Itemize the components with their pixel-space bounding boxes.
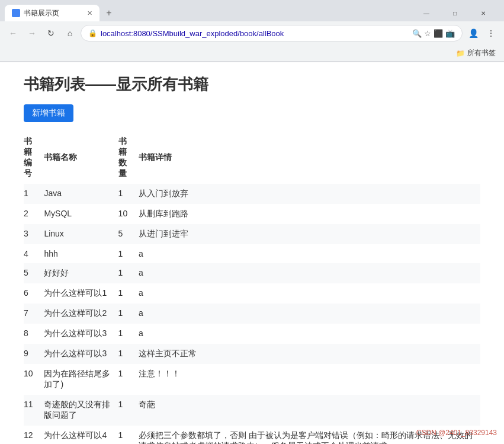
cell-id: 2	[24, 204, 44, 224]
more-options-button[interactable]: ⋮	[483, 25, 499, 41]
table-row: 11奇迹般的又没有排版问题了1奇葩	[24, 395, 480, 426]
cell-id: 1	[24, 184, 44, 204]
cell-count: 1	[118, 184, 139, 204]
table-row: 6为什么这样可以11a	[24, 283, 480, 304]
cell-detail: a	[139, 283, 480, 304]
book-table: 书籍编号 书籍名称 书籍数量 书籍详情 1Java1从入门到放弃2MySQL10…	[24, 132, 480, 444]
bookmark-folder-item[interactable]: 📁 所有书签	[452, 47, 499, 59]
col-header-name: 书籍名称	[44, 132, 118, 184]
table-row: 4hhh1a	[24, 244, 480, 263]
table-row: 9为什么这样可以31这样主页不正常	[24, 344, 480, 364]
cell-id: 5	[24, 263, 44, 283]
cell-id: 12	[24, 426, 44, 444]
table-row: 12为什么这样可以41必须把三个参数都填了，否则 由于被认为是客户端对错误（例如…	[24, 426, 480, 444]
cell-detail: a	[139, 304, 480, 324]
cell-name: 奇迹般的又没有排版问题了	[44, 395, 118, 426]
cell-count: 5	[118, 224, 139, 244]
cell-name: 为什么这样可以3	[44, 344, 118, 364]
save-page-icon[interactable]: ⬛	[434, 29, 443, 38]
cell-name: MySQL	[44, 204, 118, 224]
tab-title: 书籍展示页	[24, 8, 82, 18]
cell-count: 1	[118, 263, 139, 283]
toolbar-icons: 👤 ⋮	[465, 25, 499, 41]
tab-close-button[interactable]: ✕	[87, 9, 92, 17]
address-text: localhost:8080/SSMbuild_war_exploded/boo…	[101, 29, 407, 38]
table-row: 8为什么这样可以31a	[24, 324, 480, 344]
cell-name: hhh	[44, 244, 118, 263]
account-icon[interactable]: 👤	[465, 25, 481, 41]
page-content: 书籍列表——显示所有书籍 新增书籍 书籍编号 书籍名称 书籍数量 书籍详情 1J…	[0, 62, 504, 444]
table-row: 10因为在路径结尾多加了)1注意！！！	[24, 364, 480, 395]
lock-icon: 🔒	[88, 29, 97, 37]
cell-name: Linux	[44, 224, 118, 244]
cell-name: 为什么这样可以2	[44, 304, 118, 324]
minimize-button[interactable]: —	[413, 5, 440, 21]
browser-chrome: 书籍展示页 ✕ + — □ ✕ ← → ↻ ⌂ 🔒 localhost:8080…	[0, 0, 504, 62]
cell-detail: a	[139, 324, 480, 344]
cell-detail: 奇葩	[139, 395, 480, 426]
cell-id: 7	[24, 304, 44, 324]
col-header-detail: 书籍详情	[139, 132, 480, 184]
tab-bar: 书籍展示页 ✕ + — □ ✕	[0, 0, 504, 21]
cell-id: 8	[24, 324, 44, 344]
cell-id: 6	[24, 283, 44, 304]
bookmark-folder-label: 所有书签	[467, 48, 496, 58]
new-tab-button[interactable]: +	[102, 6, 116, 20]
cell-count: 10	[118, 204, 139, 224]
cell-count: 1	[118, 304, 139, 324]
table-row: 2MySQL10从删库到跑路	[24, 204, 480, 224]
refresh-button[interactable]: ↻	[43, 25, 59, 41]
cell-count: 1	[118, 344, 139, 364]
star-icon[interactable]: ☆	[424, 29, 431, 38]
cell-id: 11	[24, 395, 44, 426]
cell-id: 3	[24, 224, 44, 244]
table-row: 7为什么这样可以21a	[24, 304, 480, 324]
cell-id: 4	[24, 244, 44, 263]
cell-id: 9	[24, 344, 44, 364]
tab-favicon	[12, 9, 20, 17]
cell-id: 10	[24, 364, 44, 395]
cell-name: 为什么这样可以4	[44, 426, 118, 444]
cell-name: 因为在路径结尾多加了)	[44, 364, 118, 395]
table-row: 5好好好1a	[24, 263, 480, 283]
cell-count: 1	[118, 364, 139, 395]
cast-icon[interactable]: 📺	[445, 29, 455, 38]
add-book-button[interactable]: 新增书籍	[24, 104, 73, 122]
table-row: 3Linux5从进门到进牢	[24, 224, 480, 244]
active-tab[interactable]: 书籍展示页 ✕	[5, 5, 99, 21]
table-row: 1Java1从入门到放弃	[24, 184, 480, 204]
restore-button[interactable]: □	[441, 5, 468, 21]
csdn-watermark: CSDN @2401_83329143	[416, 429, 497, 437]
cell-name: Java	[44, 184, 118, 204]
cell-count: 1	[118, 426, 139, 444]
cell-detail: a	[139, 263, 480, 283]
cell-detail: 从删库到跑路	[139, 204, 480, 224]
cell-count: 1	[118, 283, 139, 304]
page-title: 书籍列表——显示所有书籍	[24, 74, 480, 95]
address-icons: 🔍 ☆ ⬛ 📺	[412, 29, 455, 38]
cell-count: 1	[118, 244, 139, 263]
cell-count: 1	[118, 395, 139, 426]
search-icon: 🔍	[412, 29, 422, 38]
table-body: 1Java1从入门到放弃2MySQL10从删库到跑路3Linux5从进门到进牢4…	[24, 184, 480, 444]
table-header: 书籍编号 书籍名称 书籍数量 书籍详情	[24, 132, 480, 184]
cell-detail: 这样主页不正常	[139, 344, 480, 364]
address-box[interactable]: 🔒 localhost:8080/SSMbuild_war_exploded/b…	[81, 25, 463, 41]
cell-detail: 注意！！！	[139, 364, 480, 395]
bookmark-bar: 📁 所有书签	[0, 45, 504, 62]
close-button[interactable]: ✕	[470, 5, 497, 21]
address-bar-row: ← → ↻ ⌂ 🔒 localhost:8080/SSMbuild_war_ex…	[0, 21, 504, 45]
window-controls: — □ ✕	[413, 5, 499, 21]
col-header-count: 书籍数量	[118, 132, 139, 184]
forward-button[interactable]: →	[24, 25, 40, 41]
cell-detail: 从入门到放弃	[139, 184, 480, 204]
col-header-id: 书籍编号	[24, 132, 44, 184]
cell-detail: 从进门到进牢	[139, 224, 480, 244]
back-button[interactable]: ←	[5, 25, 21, 41]
bookmark-folder-icon: 📁	[456, 49, 465, 58]
cell-name: 好好好	[44, 263, 118, 283]
cell-count: 1	[118, 324, 139, 344]
home-button[interactable]: ⌂	[62, 25, 78, 41]
cell-name: 为什么这样可以1	[44, 283, 118, 304]
cell-name: 为什么这样可以3	[44, 324, 118, 344]
